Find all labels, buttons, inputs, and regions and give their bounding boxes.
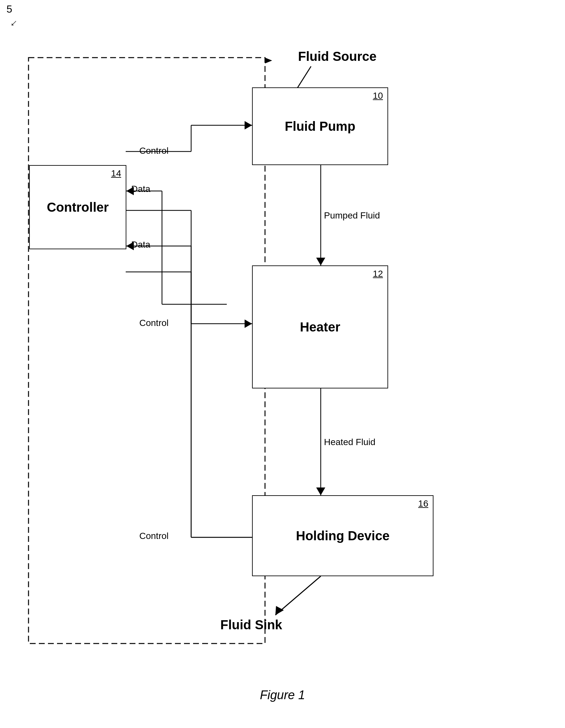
svg-marker-19 <box>316 487 325 495</box>
svg-marker-9 <box>316 258 325 265</box>
control-holding-label: Control <box>139 531 168 541</box>
data-from-heater-label: Data <box>131 184 150 194</box>
controller-label: Controller <box>47 200 108 215</box>
svg-marker-7 <box>244 121 252 129</box>
page: 5 ↓ <box>0 0 565 728</box>
heated-fluid-label: Heated Fluid <box>324 437 376 447</box>
holding-device-label: Holding Device <box>296 529 390 543</box>
fluid-pump-ref: 10 <box>373 91 383 101</box>
control-heater-label: Control <box>139 318 168 328</box>
svg-marker-13 <box>244 319 252 328</box>
svg-marker-3 <box>265 58 272 63</box>
svg-marker-29 <box>275 606 284 615</box>
controller-ref: 14 <box>111 168 121 179</box>
heater-ref: 12 <box>373 269 383 279</box>
fluid-sink-label: Fluid Sink <box>220 618 282 632</box>
holding-device-ref: 16 <box>418 498 428 509</box>
fluid-source-label: Fluid Source <box>298 49 377 64</box>
system-ref-number: 5 <box>6 3 12 15</box>
fluid-pump-label: Fluid Pump <box>285 119 356 134</box>
svg-line-28 <box>275 576 321 615</box>
controller-block: 14 Controller <box>29 165 126 249</box>
heater-label: Heater <box>300 320 341 334</box>
control-pump-label: Control <box>139 146 168 156</box>
pumped-fluid-label: Pumped Fluid <box>324 210 380 221</box>
system-ref-arrow: ↓ <box>8 17 20 29</box>
holding-device-block: 16 Holding Device <box>252 495 434 576</box>
data-from-holding-label: Data <box>131 240 150 250</box>
figure-label: Figure 1 <box>260 688 305 702</box>
fluid-pump-block: 10 Fluid Pump <box>252 87 388 165</box>
heater-block: 12 Heater <box>252 265 388 388</box>
